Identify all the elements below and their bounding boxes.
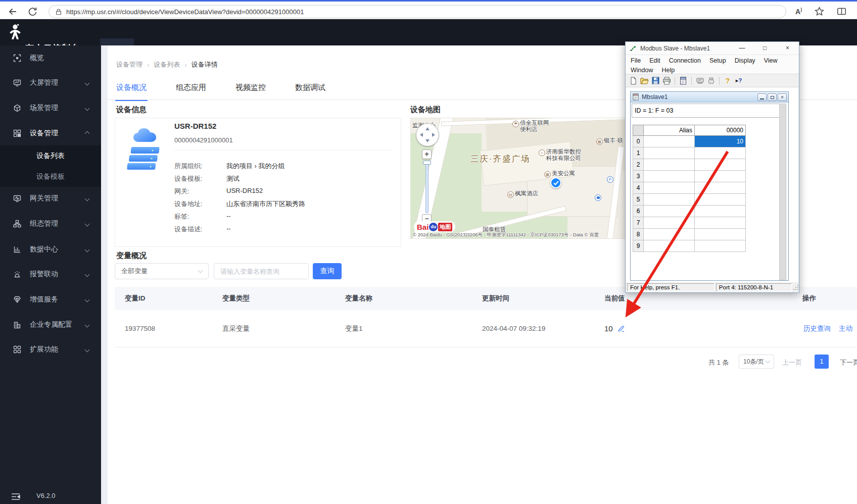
child-close-button[interactable]: × xyxy=(778,93,787,101)
modbus-app-icon xyxy=(629,45,637,52)
prev-page-button[interactable]: 上一页 xyxy=(782,358,802,367)
tab-组态应用[interactable]: 组态应用 xyxy=(176,83,206,101)
open-icon[interactable] xyxy=(640,76,649,85)
split-screen-icon[interactable] xyxy=(837,7,848,18)
grid-alias-cell[interactable] xyxy=(644,194,695,206)
modbus-maximize-button[interactable]: □ xyxy=(753,42,776,55)
grid-value-cell[interactable] xyxy=(695,159,746,171)
favorites-star-icon[interactable] xyxy=(815,7,826,18)
grid-value-cell[interactable] xyxy=(695,240,746,252)
grid-alias-cell[interactable] xyxy=(644,240,695,252)
modbus-close-button[interactable]: × xyxy=(776,42,799,55)
sidebar-item-数据中心[interactable]: 数据中心 xyxy=(0,237,101,262)
breadcrumb-separator: › xyxy=(147,61,149,69)
menu-help[interactable]: Help xyxy=(661,67,675,74)
resize-grip[interactable] xyxy=(793,284,799,290)
sidebar-item-企业专属配置[interactable]: 企业专属配置 xyxy=(0,313,101,337)
map-zoom-in-button[interactable]: + xyxy=(422,149,432,159)
grid-alias-cell[interactable] xyxy=(644,229,695,240)
menu-edit[interactable]: Edit xyxy=(649,57,660,64)
poll-definition-icon[interactable] xyxy=(695,76,704,85)
action-link-历史查询[interactable]: 历史查询 xyxy=(803,310,831,347)
menu-view[interactable]: View xyxy=(764,57,778,64)
device-location-marker[interactable] xyxy=(550,177,561,188)
menu-connection[interactable]: Connection xyxy=(669,57,701,64)
next-page-button[interactable]: 下一页 xyxy=(840,358,857,367)
sidebar-item-场景管理[interactable]: 场景管理 xyxy=(0,96,101,120)
current-page-button[interactable]: 1 xyxy=(815,355,829,369)
tab-设备概况[interactable]: 设备概况 xyxy=(116,83,147,101)
grid-alias-cell[interactable] xyxy=(644,206,695,217)
grid-value-cell[interactable] xyxy=(695,171,746,182)
sidebar-item-网关管理[interactable]: 网关管理 xyxy=(0,186,101,211)
modbus-titlebar[interactable]: Modbus Slave - Mbslave1 —□× xyxy=(626,42,799,55)
child-vertical-scrollbar[interactable] xyxy=(779,104,786,280)
help-icon[interactable]: ? xyxy=(723,76,732,85)
new-icon[interactable] xyxy=(629,76,638,85)
grid-value-cell[interactable] xyxy=(695,182,746,194)
back-icon[interactable] xyxy=(7,6,18,17)
grid-value-cell[interactable] xyxy=(695,147,746,159)
grid-alias-cell[interactable] xyxy=(644,182,695,194)
map-pan-control[interactable] xyxy=(416,123,439,146)
map-zoom-handle[interactable] xyxy=(423,161,431,165)
tab-视频监控[interactable]: 视频监控 xyxy=(235,83,266,101)
menu-setup[interactable]: Setup xyxy=(709,57,726,64)
grid-alias-cell[interactable] xyxy=(644,159,695,171)
page-size-select[interactable]: 10条/页 xyxy=(739,355,774,369)
read-aloud-icon[interactable]: A) xyxy=(795,7,802,16)
sidebar-item-扩展功能[interactable]: 扩展功能 xyxy=(0,337,101,362)
grid-alias-cell[interactable] xyxy=(644,136,695,147)
grid-alias-cell[interactable] xyxy=(644,171,695,182)
refresh-icon[interactable] xyxy=(27,6,38,17)
communication-icon[interactable] xyxy=(706,76,716,85)
sidebar-subitem-设备列表[interactable]: 设备列表 xyxy=(0,145,101,166)
child-restore-button[interactable] xyxy=(768,93,777,101)
display-setup-icon[interactable] xyxy=(679,76,688,85)
sidebar-item-报警联动[interactable]: 报警联动 xyxy=(0,262,101,286)
menu-file[interactable]: File xyxy=(631,57,641,64)
grid-value-cell[interactable]: 10 xyxy=(695,136,746,147)
statusbar-port-text: Port 4: 115200-8-N-1 xyxy=(716,283,792,291)
sidebar-item-设备管理[interactable]: 设备管理 xyxy=(0,121,101,145)
device-map[interactable]: 监测中心⚑倍全互联网 便利店三庆·齐盛广场•济南振华数控 科技有限公司▦美安公寓… xyxy=(410,118,629,239)
action-link-主动[interactable]: 主动 xyxy=(839,310,852,347)
grid-value-cell[interactable] xyxy=(695,194,746,206)
breadcrumb-item-设备列表[interactable]: 设备列表 xyxy=(154,60,180,69)
mbslave1-child-window[interactable]: DOC Mbslave1 × ID = 1: F = 03 Alias00000… xyxy=(630,91,789,281)
sidebar-item-增值服务[interactable]: 增值服务 xyxy=(0,287,101,312)
context-help-icon[interactable]: ▸? xyxy=(734,76,743,85)
sidebar-subitem-设备模板[interactable]: 设备模板 xyxy=(0,166,101,187)
sidebar: 概览大屏管理场景管理设备管理设备列表设备模板网关管理组态管理数据中心报警联动增值… xyxy=(0,45,101,504)
map-zoom-track[interactable] xyxy=(425,162,428,213)
variable-type-select[interactable]: 全部变量 xyxy=(115,263,209,279)
sidebar-item-概览[interactable]: 概览 xyxy=(0,46,101,70)
grid-value-cell[interactable] xyxy=(695,206,746,217)
variable-type-value: 全部变量 xyxy=(121,267,148,276)
gateway-icon xyxy=(13,194,21,203)
grid-alias-cell[interactable] xyxy=(644,147,695,159)
column-header-变量名称: 变量名称 xyxy=(345,287,372,310)
sidebar-item-大屏管理[interactable]: 大屏管理 xyxy=(0,71,101,95)
variable-search-input[interactable] xyxy=(214,263,309,279)
address-bar[interactable]: https://mp.usr.cn/#/cloud/device/ViewDev… xyxy=(49,5,786,18)
cell-更新时间: 2024-04-07 09:32:19 xyxy=(482,310,545,347)
breadcrumb-item-设备管理[interactable]: 设备管理 xyxy=(116,60,142,69)
print-icon[interactable] xyxy=(662,76,671,85)
tab-数据调试[interactable]: 数据调试 xyxy=(295,83,325,101)
child-minimize-button[interactable] xyxy=(757,93,767,101)
edit-value-icon[interactable] xyxy=(617,325,625,332)
grid-alias-cell[interactable] xyxy=(644,217,695,229)
query-button[interactable]: 查询 xyxy=(313,263,342,279)
grid-header-00000: 00000 xyxy=(695,125,746,136)
child-titlebar[interactable]: DOC Mbslave1 × xyxy=(631,92,788,103)
modbus-minimize-button[interactable]: — xyxy=(731,42,753,55)
modbus-slave-window[interactable]: Modbus Slave - Mbslave1 —□× FileEditConn… xyxy=(625,41,799,293)
sidebar-item-组态管理[interactable]: 组态管理 xyxy=(0,212,101,236)
save-icon[interactable] xyxy=(651,76,660,85)
menu-window[interactable]: Window xyxy=(631,67,653,74)
menu-display[interactable]: Display xyxy=(735,57,755,64)
grid-value-cell[interactable] xyxy=(695,217,746,229)
grid-value-cell[interactable] xyxy=(695,229,746,240)
sidebar-collapse-icon[interactable] xyxy=(11,493,20,500)
